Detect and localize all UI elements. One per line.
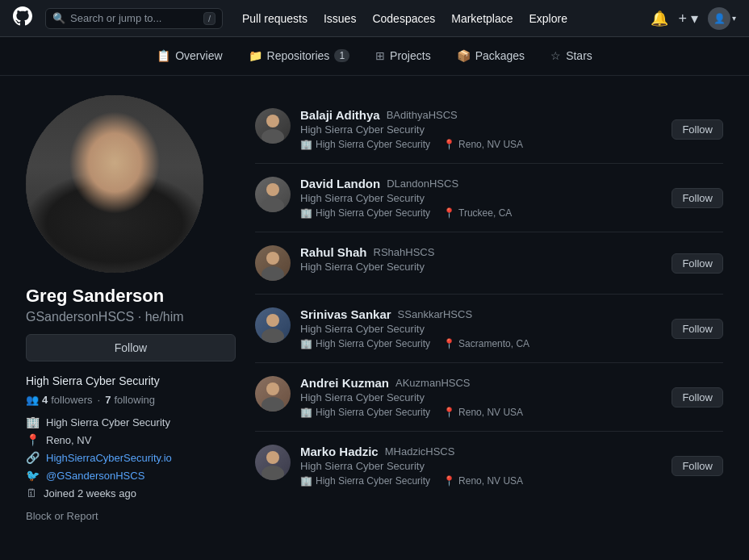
svg-point-5 xyxy=(73,119,157,168)
user-avatar-menu[interactable]: 👤 ▾ xyxy=(708,7,736,30)
location-icon: 📍 xyxy=(26,433,40,446)
follow-btn-balaji-adithya[interactable]: Follow xyxy=(672,119,723,140)
user-card-balaji-adithya: Balaji Adithya BAdithyaHSCS High Sierra … xyxy=(255,95,723,164)
follow-btn-marko-hadzic[interactable]: Follow xyxy=(672,456,723,476)
followers-count[interactable]: 4 xyxy=(42,394,48,406)
tab-projects-label: Projects xyxy=(390,49,431,62)
header-nav: Pull requests Issues Codespaces Marketpl… xyxy=(242,12,567,25)
user-name-row-marko-hadzic: Marko Hadzic MHadzicHSCS xyxy=(300,445,662,458)
user-org-andrei-kuzman: High Sierra Cyber Security xyxy=(300,391,662,403)
meta-joined-text: Joined 2 weeks ago xyxy=(44,487,136,499)
follow-btn-srinivas-sankar[interactable]: Follow xyxy=(672,319,723,339)
location-icon: 📍 xyxy=(443,475,455,487)
tab-stars[interactable]: ☆ Stars xyxy=(541,37,602,76)
user-thumb-marko-hadzic[interactable] xyxy=(255,445,291,480)
user-meta-srinivas-sankar: 🏢 High Sierra Cyber Security 📍 Sacrament… xyxy=(300,338,662,349)
user-fullname-srinivas-sankar[interactable]: Srinivas Sankar xyxy=(300,307,391,321)
user-cards: Balaji Adithya BAdithyaHSCS High Sierra … xyxy=(255,95,723,499)
user-fullname-david-landon[interactable]: David Landon xyxy=(300,177,380,190)
svg-point-7 xyxy=(150,170,163,190)
svg-point-28 xyxy=(262,466,284,480)
user-meta-org-marko-hadzic: 🏢 High Sierra Cyber Security xyxy=(300,475,430,487)
github-logo[interactable] xyxy=(13,6,32,31)
avatar-chevron: ▾ xyxy=(732,14,736,23)
main-content: Greg Sanderson GSandersonHSCS · he/him F… xyxy=(0,76,749,541)
tab-overview[interactable]: 📋 Overview xyxy=(147,37,232,76)
user-meta-loc-balaji-adithya: 📍 Reno, NV USA xyxy=(443,139,523,150)
create-menu[interactable]: + ▾ xyxy=(678,10,698,27)
notifications-icon[interactable]: 🔔 xyxy=(651,10,668,27)
nav-marketplace[interactable]: Marketplace xyxy=(451,12,513,25)
repositories-icon: 📁 xyxy=(249,49,262,62)
user-thumb-andrei-kuzman[interactable] xyxy=(255,376,291,412)
svg-point-8 xyxy=(86,169,111,182)
twitter-icon: 🐦 xyxy=(26,469,40,482)
location-icon: 📍 xyxy=(443,338,455,349)
user-handle-srinivas-sankar: SSankkarHSCS xyxy=(398,308,472,320)
user-fullname-rahul-shah[interactable]: Rahul Shah xyxy=(300,245,367,259)
user-card-srinivas-sankar: Srinivas Sankar SSankkarHSCS High Sierra… xyxy=(255,295,723,363)
user-fullname-andrei-kuzman[interactable]: Andrei Kuzman xyxy=(300,376,389,390)
profile-sidebar: Greg Sanderson GSandersonHSCS · he/him F… xyxy=(26,95,236,522)
user-handle-balaji-adithya: BAdithyaHSCS xyxy=(387,109,458,121)
meta-twitter[interactable]: 🐦 @GSandersonHSCS xyxy=(26,469,236,482)
calendar-icon: 🗓 xyxy=(26,487,37,499)
user-location-text: Sacramento, CA xyxy=(458,338,529,349)
org-icon: 🏢 xyxy=(300,475,312,487)
org-icon: 🏢 xyxy=(300,139,312,150)
search-kbd: / xyxy=(203,12,215,25)
nav-pull-requests[interactable]: Pull requests xyxy=(242,12,308,25)
user-thumb-balaji-adithya[interactable] xyxy=(255,108,291,144)
search-bar[interactable]: 🔍 Search or jump to... / xyxy=(45,8,223,29)
nav-explore[interactable]: Explore xyxy=(529,12,567,25)
repositories-badge: 1 xyxy=(334,49,349,62)
user-thumb-rahul-shah[interactable] xyxy=(255,245,291,281)
user-handle-andrei-kuzman: AKuzmanHSCS xyxy=(395,377,470,389)
profile-username: GSandersonHSCS · he/him xyxy=(26,310,236,324)
user-location-text: Reno, NV USA xyxy=(458,475,523,487)
user-thumb-srinivas-sankar[interactable] xyxy=(255,307,291,343)
svg-point-14 xyxy=(99,174,102,177)
user-card-andrei-kuzman: Andrei Kuzman AKuzmanHSCS High Sierra Cy… xyxy=(255,363,723,432)
following-count[interactable]: 7 xyxy=(105,394,111,406)
svg-point-22 xyxy=(262,266,284,281)
header-actions: 🔔 + ▾ 👤 ▾ xyxy=(651,7,736,30)
tab-overview-label: Overview xyxy=(175,49,222,62)
svg-point-2 xyxy=(50,216,179,273)
user-card-marko-hadzic: Marko Hadzic MHadzicHSCS High Sierra Cyb… xyxy=(255,432,723,499)
user-fullname-balaji-adithya[interactable]: Balaji Adithya xyxy=(300,108,380,122)
svg-point-13 xyxy=(128,173,135,179)
svg-point-12 xyxy=(96,173,103,179)
meta-joined: 🗓 Joined 2 weeks ago xyxy=(26,487,236,499)
follow-btn-andrei-kuzman[interactable]: Follow xyxy=(672,387,723,407)
tab-repositories[interactable]: 📁 Repositories 1 xyxy=(239,37,360,76)
follow-button[interactable]: Follow xyxy=(26,334,236,361)
svg-point-21 xyxy=(266,252,279,265)
follow-btn-david-landon[interactable]: Follow xyxy=(672,188,723,208)
tab-projects[interactable]: ⊞ Projects xyxy=(366,37,441,76)
tab-stars-label: Stars xyxy=(566,49,592,62)
user-info-david-landon: David Landon DLandonHSCS High Sierra Cyb… xyxy=(300,177,662,219)
nav-codespaces[interactable]: Codespaces xyxy=(372,12,435,25)
tab-packages[interactable]: 📦 Packages xyxy=(447,37,534,76)
svg-point-23 xyxy=(266,314,279,327)
user-org-text: High Sierra Cyber Security xyxy=(316,207,430,219)
profile-meta: 🏢 High Sierra Cyber Security 📍 Reno, NV … xyxy=(26,416,236,499)
user-org-rahul-shah: High Sierra Cyber Security xyxy=(300,261,662,273)
nav-issues[interactable]: Issues xyxy=(324,12,356,25)
user-meta-org-andrei-kuzman: 🏢 High Sierra Cyber Security xyxy=(300,407,430,418)
following-label: following xyxy=(114,394,155,406)
search-icon: 🔍 xyxy=(52,12,65,24)
user-org-marko-hadzic: High Sierra Cyber Security xyxy=(300,460,662,472)
svg-point-15 xyxy=(132,174,134,177)
stars-icon: ☆ xyxy=(550,49,561,62)
meta-website[interactable]: 🔗 HighSierraCyberSecurity.io xyxy=(26,451,236,464)
svg-point-10 xyxy=(91,171,106,181)
org-icon: 🏢 xyxy=(300,338,312,349)
user-org-david-landon: High Sierra Cyber Security xyxy=(300,192,662,204)
user-meta-marko-hadzic: 🏢 High Sierra Cyber Security 📍 Reno, NV … xyxy=(300,475,662,487)
block-report-link[interactable]: Block or Report xyxy=(26,510,98,522)
user-fullname-marko-hadzic[interactable]: Marko Hadzic xyxy=(300,445,379,458)
follow-btn-rahul-shah[interactable]: Follow xyxy=(672,253,723,274)
user-thumb-david-landon[interactable] xyxy=(255,177,291,212)
